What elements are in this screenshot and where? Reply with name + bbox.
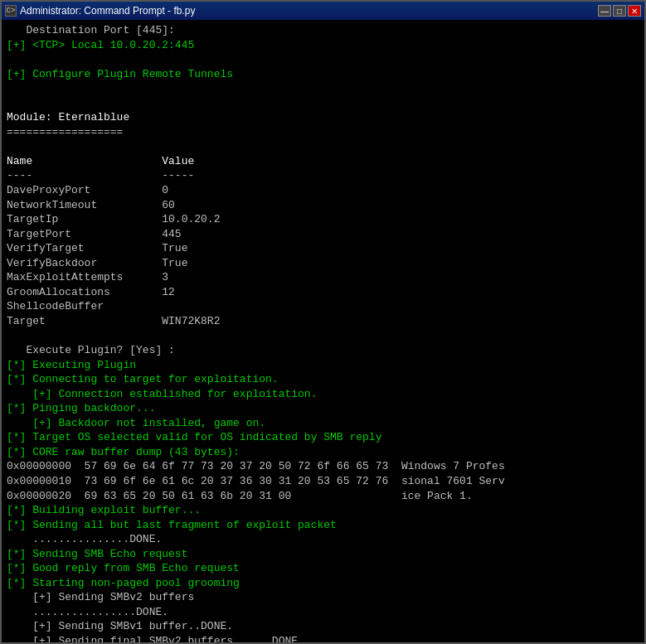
maximize-button[interactable]: □ <box>613 5 626 17</box>
window: C> Administrator: Command Prompt - fb.py… <box>0 0 646 644</box>
title-bar-buttons: — □ ✕ <box>598 5 641 17</box>
title-bar-text: Administrator: Command Prompt - fb.py <box>20 5 195 17</box>
title-bar-left: C> Administrator: Command Prompt - fb.py <box>5 5 195 17</box>
window-icon: C> <box>5 5 17 17</box>
minimize-button[interactable]: — <box>598 5 611 17</box>
title-bar: C> Administrator: Command Prompt - fb.py… <box>2 2 644 20</box>
close-button[interactable]: ✕ <box>628 5 641 17</box>
terminal-output: Destination Port [445]: [+] <TCP> Local … <box>2 20 644 642</box>
